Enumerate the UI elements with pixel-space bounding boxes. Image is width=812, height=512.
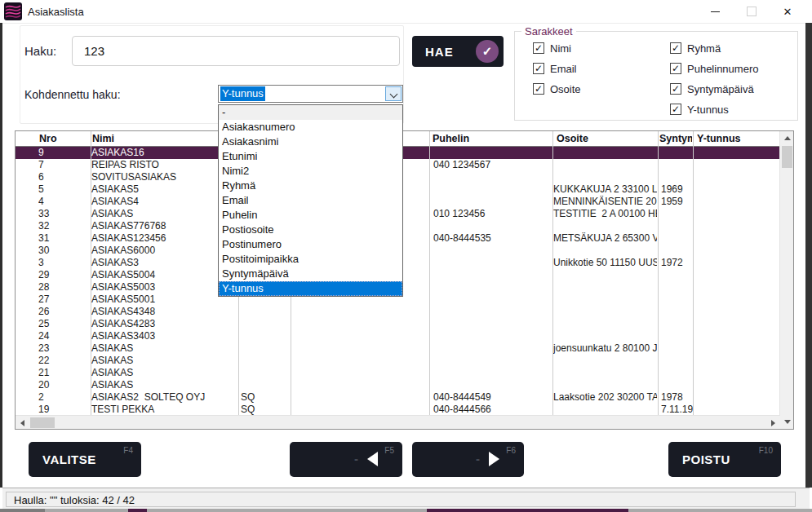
scroll-down-button[interactable] — [780, 415, 794, 429]
vertical-scrollbar[interactable] — [779, 131, 793, 429]
checkbox-checked-icon[interactable] — [670, 63, 681, 74]
horizontal-scrollbar[interactable] — [16, 415, 780, 429]
table-cell: ASIAKAS5 — [91, 183, 234, 196]
table-cell — [697, 220, 774, 232]
scroll-right-button[interactable] — [766, 416, 780, 430]
checkbox-checked-icon[interactable] — [533, 63, 544, 74]
table-cell — [697, 147, 774, 159]
column-checkbox-ryhm-[interactable]: Ryhmä — [670, 42, 758, 55]
table-row[interactable]: 2ASIAKAS2 SOLTEQ OYJSQ040-8444549Laaksot… — [16, 391, 779, 404]
previous-button[interactable]: - F5 — [290, 442, 402, 477]
targeted-search-combobox[interactable]: Y-tunnus — [218, 85, 403, 103]
column-header-osoite[interactable]: Osoite — [557, 133, 646, 144]
column-checkbox-nimi[interactable]: Nimi — [533, 42, 581, 55]
table-cell — [697, 404, 774, 416]
table-cell — [697, 232, 774, 245]
combobox-dropdown-button[interactable] — [385, 86, 402, 101]
column-header-y-tunnus[interactable]: Y-tunnus — [697, 133, 770, 144]
table-row[interactable]: 22ASIAKAS — [16, 355, 779, 367]
column-header-puhelin[interactable]: Puhelin — [433, 133, 522, 144]
table-cell — [433, 220, 548, 232]
customer-table: NroNimiPuhelinOsoiteSyntymY-tunnus 9ASIA… — [15, 130, 794, 430]
column-checkbox-email[interactable]: Email — [533, 62, 581, 75]
arrow-right-icon — [771, 420, 775, 426]
table-cell — [433, 171, 548, 183]
table-cell — [553, 318, 657, 330]
table-row[interactable]: 24ASIAKAS3403 — [16, 330, 779, 342]
column-checkbox-puhelinnumero[interactable]: Puhelinnumero — [670, 62, 758, 75]
dropdown-option[interactable]: Postitoimipaikka — [219, 252, 402, 267]
dropdown-option[interactable]: Postiosoite — [219, 223, 402, 237]
table-cell — [241, 367, 286, 379]
search-input[interactable] — [72, 36, 400, 66]
table-cell: 040-8444535 — [433, 232, 548, 245]
checkbox-label: Nimi — [550, 42, 571, 55]
close-button[interactable]: ✕ — [770, 0, 805, 23]
table-row[interactable]: 23ASIAKASjoensuunkatu 2 80100 Jo — [16, 342, 779, 355]
table-cell — [553, 220, 657, 232]
scroll-left-button[interactable] — [16, 416, 29, 430]
table-row[interactable]: 21ASIAKAS — [16, 367, 779, 379]
maximize-button[interactable] — [734, 0, 770, 23]
search-label: Haku: — [24, 44, 56, 58]
chevron-down-icon — [390, 90, 398, 99]
poistu-fkey-label: F10 — [759, 446, 773, 455]
checkbox-label: Ryhmä — [687, 42, 721, 55]
table-row[interactable]: 19TESTI PEKKASQ040-84445667.11.19 — [16, 404, 779, 416]
dropdown-option[interactable]: Puhelin — [219, 208, 402, 223]
column-header-nimi[interactable]: Nimi — [92, 133, 223, 144]
dropdown-option[interactable]: Postinumero — [219, 237, 402, 252]
minimize-button[interactable] — [697, 0, 733, 23]
checkbox-checked-icon[interactable] — [533, 83, 544, 95]
table-cell: 2 — [38, 391, 87, 404]
minimize-icon — [711, 11, 720, 12]
table-cell: ASIAKAS4348 — [91, 306, 234, 318]
column-checkbox-osoite[interactable]: Osoite — [533, 82, 581, 95]
table-row[interactable]: 20ASIAKAS — [16, 379, 779, 391]
horizontal-scroll-thumb[interactable] — [30, 417, 55, 428]
scroll-up-button[interactable] — [780, 131, 794, 145]
checkbox-checked-icon[interactable] — [670, 42, 681, 54]
table-row[interactable]: 26ASIAKAS4348 — [16, 306, 779, 318]
checkbox-checked-icon[interactable] — [670, 104, 681, 115]
table-cell — [553, 147, 657, 159]
column-header-syntym[interactable]: Syntym — [659, 133, 692, 144]
dropdown-option[interactable]: Etunimi — [219, 149, 402, 164]
dropdown-option[interactable]: Syntymäpäivä — [219, 267, 402, 281]
checkbox-checked-icon[interactable] — [670, 83, 681, 95]
dropdown-option[interactable]: Asiakasnumero — [219, 120, 402, 135]
valitse-button[interactable]: VALITSE F4 — [29, 442, 141, 477]
table-cell: 24 — [38, 330, 87, 342]
table-cell: ASIAKAS3 — [91, 257, 234, 269]
dropdown-option[interactable]: - — [219, 105, 402, 120]
dropdown-option[interactable]: Email — [219, 193, 402, 208]
vertical-scroll-thumb[interactable] — [782, 146, 792, 168]
table-cell — [433, 257, 548, 269]
table-cell — [697, 318, 774, 330]
table-cell — [697, 294, 774, 306]
valitse-button-label: VALITSE — [42, 452, 96, 466]
table-cell: ASIAKAS5001 — [91, 294, 234, 306]
columns-checkbox-column-right: RyhmäPuhelinnumeroSyntymäpäiväY-tunnus — [670, 42, 758, 116]
next-button[interactable]: - F6 — [412, 442, 524, 477]
table-row[interactable]: 25ASIAKAS4283 — [16, 318, 779, 330]
dropdown-option[interactable]: Nimi2 — [219, 164, 402, 179]
column-checkbox-syntym-p-iv-[interactable]: Syntymäpäivä — [670, 82, 758, 95]
column-header-nro[interactable]: Nro — [39, 133, 88, 144]
table-cell — [697, 379, 774, 391]
previous-button-label: - — [354, 452, 358, 466]
status-box: Haulla: "" tuloksia: 42 / 42 — [6, 492, 796, 507]
column-separator — [91, 131, 91, 415]
search-button[interactable]: HAE ✓ — [412, 36, 504, 67]
table-cell: 040-8444549 — [433, 391, 548, 404]
dropdown-option[interactable]: Y-tunnus — [219, 281, 402, 296]
dropdown-option[interactable]: Ryhmä — [219, 179, 402, 193]
checkbox-checked-icon[interactable] — [533, 42, 544, 54]
poistu-button[interactable]: POISTU F10 — [668, 442, 781, 477]
table-cell: ASIAKAS — [91, 367, 234, 379]
table-cell: ASIAKAS6000 — [91, 245, 234, 257]
dropdown-option[interactable]: Asiakasnimi — [219, 135, 402, 149]
table-cell: 9 — [38, 147, 87, 159]
column-checkbox-y-tunnus[interactable]: Y-tunnus — [670, 103, 758, 116]
table-cell: 26 — [38, 306, 87, 318]
